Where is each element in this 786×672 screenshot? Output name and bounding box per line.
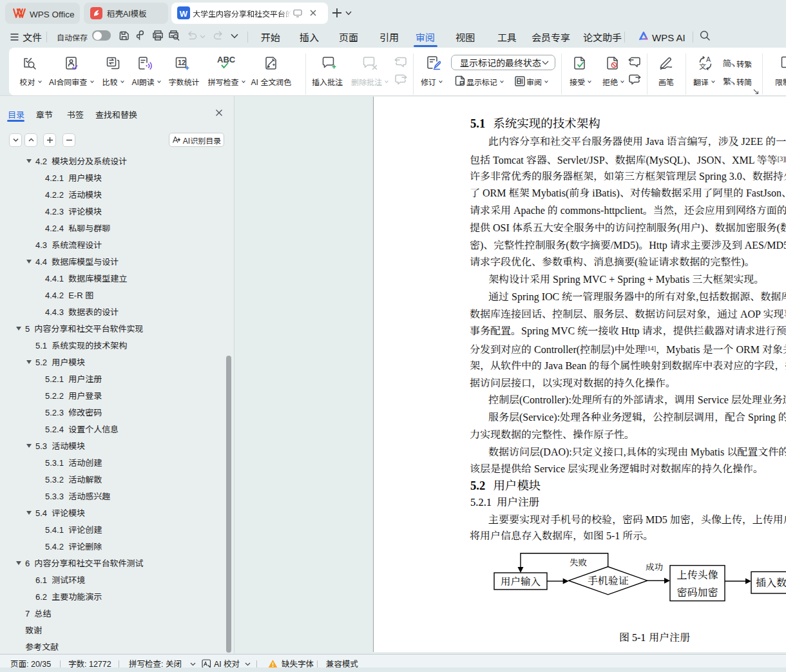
svg-text:用户输入: 用户输入 bbox=[501, 573, 541, 588]
svg-text:上传头像: 上传头像 bbox=[676, 567, 718, 582]
svg-text:A: A bbox=[706, 56, 711, 63]
svg-text:密码加密: 密码加密 bbox=[676, 584, 718, 599]
svg-text:插入数据库: 插入数据库 bbox=[756, 575, 786, 590]
svg-text:失败: 失败 bbox=[570, 555, 588, 568]
svg-text:ABC: ABC bbox=[217, 55, 236, 64]
svg-text:成功: 成功 bbox=[646, 560, 664, 573]
svg-text:12: 12 bbox=[178, 59, 186, 66]
svg-text:手机验证: 手机验证 bbox=[588, 573, 629, 588]
svg-text:文: 文 bbox=[699, 61, 706, 71]
